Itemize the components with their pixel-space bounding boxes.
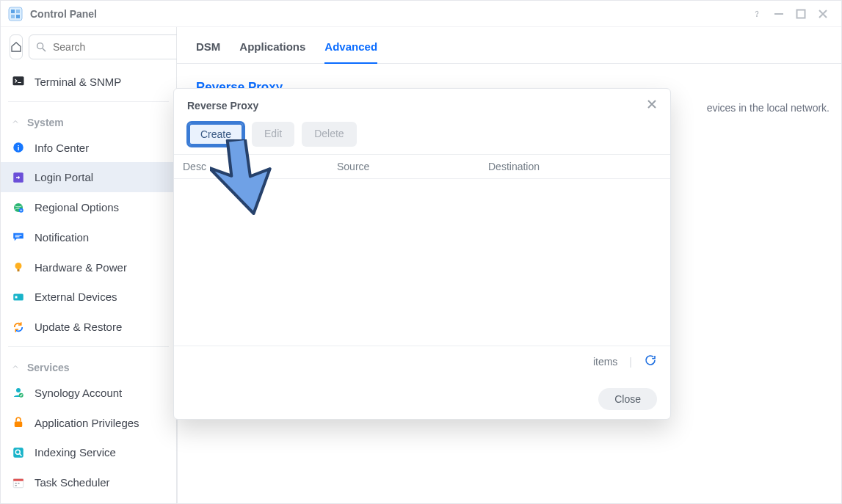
table-footer: items | <box>174 346 670 376</box>
proxy-table: Desc Source Destination <box>174 154 670 179</box>
refresh-icon <box>644 354 657 367</box>
reverse-proxy-modal: Reverse Proxy Create Edit Delete Desc So… <box>173 88 671 420</box>
col-destination[interactable]: Destination <box>479 155 670 178</box>
modal-toolbar: Create Edit Delete <box>174 122 670 154</box>
edit-button: Edit <box>252 122 294 147</box>
modal-title: Reverse Proxy <box>187 100 258 112</box>
delete-button: Delete <box>302 122 356 147</box>
items-count-label: items <box>593 356 617 368</box>
table-header-row: Desc Source Destination <box>174 155 670 179</box>
create-button[interactable]: Create <box>187 122 244 147</box>
close-button[interactable]: Close <box>598 388 657 410</box>
modal-close-button[interactable] <box>647 99 657 112</box>
refresh-button[interactable] <box>644 354 657 369</box>
col-description[interactable]: Desc <box>174 155 328 178</box>
col-source[interactable]: Source <box>328 155 479 178</box>
modal-overlay: Reverse Proxy Create Edit Delete Desc So… <box>0 0 842 504</box>
control-panel-window: Control Panel Terminal & SNMP <box>0 0 842 504</box>
close-icon <box>647 99 657 109</box>
